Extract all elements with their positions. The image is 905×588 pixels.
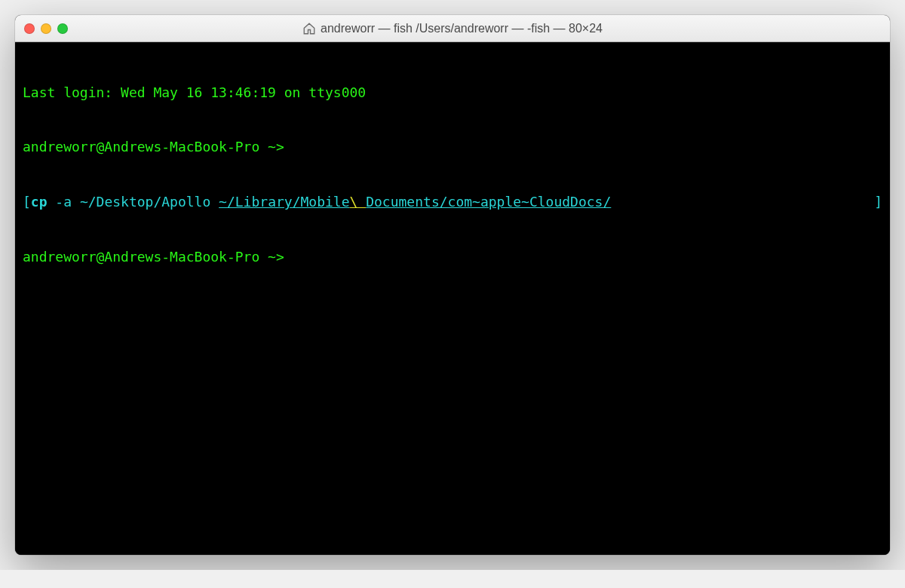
minimize-button[interactable] bbox=[41, 23, 51, 34]
titlebar[interactable]: andreworr — fish /Users/andreworr — -fis… bbox=[15, 15, 890, 42]
prompt-line-2: andreworr@Andrews-MacBook-Pro ~> bbox=[23, 248, 882, 266]
traffic-lights bbox=[24, 23, 68, 34]
bracket-close: ] bbox=[874, 193, 882, 211]
window-title: andreworr — fish /Users/andreworr — -fis… bbox=[321, 22, 603, 35]
maximize-button[interactable] bbox=[57, 23, 68, 34]
command-line: [cp -a ~/Desktop/Apollo ~/Library/Mobile… bbox=[23, 193, 882, 211]
command-args: -a ~/Desktop/Apollo bbox=[48, 194, 219, 210]
close-button[interactable] bbox=[24, 23, 35, 34]
terminal-body[interactable]: Last login: Wed May 16 13:46:19 on ttys0… bbox=[15, 42, 890, 555]
dest-path-suffix: Documents/com~apple~CloudDocs/ bbox=[366, 194, 611, 210]
last-login-line: Last login: Wed May 16 13:46:19 on ttys0… bbox=[23, 84, 882, 102]
bracket-open: [ bbox=[23, 194, 31, 210]
dest-path-escape: \ bbox=[350, 194, 367, 210]
prompt-line-1: andreworr@Andrews-MacBook-Pro ~> bbox=[23, 138, 882, 156]
command-name: cp bbox=[31, 194, 48, 210]
dest-path-prefix: ~/Library/Mobile bbox=[219, 194, 349, 210]
terminal-window: andreworr — fish /Users/andreworr — -fis… bbox=[15, 15, 890, 555]
home-icon bbox=[302, 22, 316, 35]
window-title-area: andreworr — fish /Users/andreworr — -fis… bbox=[24, 22, 881, 35]
